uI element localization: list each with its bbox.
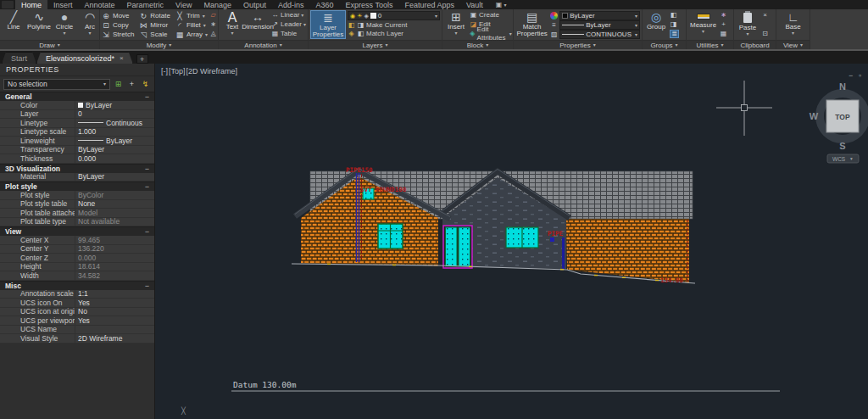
file-tab-drawing[interactable]: Elevationscolorized*× (36, 52, 133, 64)
panel-label-annotation[interactable]: Annotation▾ (219, 40, 308, 49)
collapse-icon[interactable]: − (145, 165, 149, 173)
section-header-general[interactable]: General− (0, 92, 154, 101)
measure-button[interactable]: Measure▾ (688, 10, 718, 39)
property-value[interactable]: No (75, 308, 154, 316)
dimension-button[interactable]: ↔Dimension (246, 10, 270, 39)
base-button[interactable]: ∟Base▾ (782, 10, 805, 39)
viewcube-north[interactable]: N (839, 81, 846, 92)
property-value[interactable]: Continuous (75, 119, 154, 127)
arc-button[interactable]: ◠Arc▾ (78, 10, 99, 39)
annotation-level[interactable]: 134.80 (660, 277, 684, 284)
panel-label-block[interactable]: Block▾ (442, 40, 513, 49)
minimize-icon[interactable]: − (849, 71, 853, 80)
annotation-pipe150[interactable]: PIPE150 (346, 166, 373, 174)
section-header-3d-visualization[interactable]: 3D Visualization− (0, 164, 154, 173)
front-door[interactable] (443, 226, 472, 268)
quick-calc-button[interactable]: + (720, 20, 727, 29)
annotation-pipe[interactable]: PIPE (548, 230, 564, 237)
array-button[interactable]: ▦Array▾ (175, 30, 208, 39)
ribbon-tab-parametric[interactable]: Parametric (121, 0, 170, 9)
new-tab-button[interactable]: + (136, 54, 148, 64)
right-brick-wall[interactable] (566, 219, 689, 282)
group-button[interactable]: ◎Group (644, 10, 668, 39)
ribbon-tab-featured-apps[interactable]: Featured Apps (398, 0, 460, 9)
property-value[interactable]: 1.000 (75, 128, 154, 137)
property-value[interactable]: ByLayer (75, 137, 154, 145)
close-icon[interactable]: × (120, 54, 124, 62)
calculator-button[interactable]: ▦ (720, 30, 727, 38)
restore-icon[interactable]: ▫ (859, 71, 861, 80)
ribbon-tab-a360[interactable]: A360 (310, 0, 340, 9)
property-value[interactable]: 0 (75, 110, 154, 119)
property-value[interactable]: 0.000 (75, 154, 154, 163)
move-button[interactable]: ⊕Move (102, 11, 134, 20)
ribbon-tab-annotate[interactable]: Annotate (79, 0, 121, 9)
polyline-button[interactable]: ∿Polyline (27, 10, 51, 39)
viewcube-west[interactable]: W (810, 111, 819, 121)
ribbon-tab-output[interactable]: Output (237, 0, 272, 9)
palette-title[interactable]: PROPERTIES (0, 64, 154, 76)
panel-label-groups[interactable]: Groups▾ (643, 40, 686, 49)
trim-button[interactable]: ╳Trim▾ (175, 11, 208, 20)
property-value[interactable]: None (75, 200, 154, 209)
app-menu-icon[interactable] (2, 1, 14, 8)
file-tab-start[interactable]: Start (2, 52, 36, 64)
property-value[interactable]: ByLayer (75, 101, 154, 109)
pipe-fitting[interactable] (550, 237, 554, 242)
linear-button[interactable]: ↔Linear▾ (271, 11, 306, 20)
panel-label-draw[interactable]: Draw▾ (0, 40, 99, 49)
property-value[interactable]: ByLayer (75, 146, 154, 154)
scale-button[interactable]: ◹Scale (139, 30, 170, 39)
quick-select-icon[interactable]: ⊞ (113, 79, 124, 90)
property-value[interactable]: 1:1 (75, 290, 154, 299)
panel-label-clipboard[interactable]: Clipboard (734, 40, 776, 49)
property-value[interactable]: Yes (75, 299, 154, 307)
drawing-canvas[interactable]: [-] [Top] [2D Wireframe] ╳ (155, 64, 868, 419)
create-block-button[interactable]: ▣Create (470, 11, 512, 20)
erase-button[interactable]: ▱ (209, 11, 217, 20)
viewcube-south[interactable]: S (839, 141, 845, 151)
ribbon-tab-insert[interactable]: Insert (47, 0, 79, 9)
circle-button[interactable]: ●Circle▾ (53, 10, 76, 39)
copy-button[interactable]: ⊡Copy (102, 20, 134, 30)
downpipe[interactable] (562, 237, 565, 270)
panel-label-modify[interactable]: Modify▾ (100, 40, 218, 49)
match-layer-button[interactable]: ◈ ◧ Match Layer (348, 30, 440, 38)
collapse-icon[interactable]: − (145, 282, 149, 290)
group-edit-button[interactable]: ◧ (670, 11, 679, 20)
layer-properties-button[interactable]: ≣Layer Properties (310, 10, 346, 39)
explode-button[interactable]: ∗ (209, 20, 217, 29)
viewport-view-control[interactable]: [Top] (169, 67, 186, 75)
group-selection-toggle[interactable]: ≣ (670, 30, 679, 38)
insert-button[interactable]: ⊞Insert▾ (444, 10, 468, 39)
edit-attributes-button[interactable]: ◈Edit Attributes▾ (470, 30, 512, 38)
object-color-dropdown[interactable]: ByLayer▾ (559, 11, 640, 20)
select-objects-icon[interactable]: + (126, 79, 137, 90)
ribbon-tab-vault[interactable]: Vault (460, 0, 489, 9)
collapse-icon[interactable]: − (145, 227, 149, 236)
ribbon-options-icon[interactable]: ▣▾ (496, 0, 507, 9)
ribbon-tab-add-ins[interactable]: Add-ins (272, 0, 310, 9)
line-button[interactable]: ╱Line (2, 10, 25, 39)
collapse-icon[interactable]: − (145, 92, 149, 101)
section-header-misc[interactable]: Misc− (0, 281, 154, 290)
linetype-dropdown[interactable]: CONTINUOUS▾ (559, 30, 640, 39)
leader-button[interactable]: ↗Leader▾ (271, 20, 306, 29)
cut-button[interactable]: × (761, 11, 769, 20)
viewport-style-control[interactable]: [2D Wireframe] (186, 67, 238, 75)
property-value[interactable] (75, 326, 154, 334)
annotation-svt[interactable]: SVT ROUND100 (360, 186, 407, 193)
stretch-button[interactable]: ⇲Stretch (102, 30, 134, 39)
viewport-minimize-control[interactable]: [-] (161, 67, 168, 75)
panel-label-view[interactable]: View▾ (776, 40, 810, 49)
left-window[interactable] (378, 224, 403, 249)
table-button[interactable]: ▦Table (271, 30, 306, 38)
panel-label-properties[interactable]: Properties▾ (514, 40, 642, 49)
toggle-pickadd-icon[interactable]: ↯ (140, 79, 151, 90)
paste-button[interactable]: Paste▾ (736, 10, 760, 39)
copy-clip-button[interactable]: ⊡ (761, 30, 769, 38)
lineweight-dropdown[interactable]: ByLayer▾ (559, 20, 640, 30)
middle-window[interactable] (506, 227, 538, 248)
collapse-icon[interactable]: − (145, 182, 149, 191)
mirror-button[interactable]: ⋈Mirror (139, 20, 170, 30)
